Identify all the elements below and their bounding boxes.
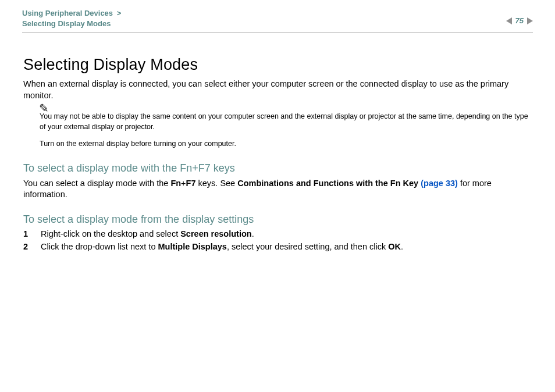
page-reference-link[interactable]: (page 33) [421, 179, 458, 188]
next-page-icon[interactable] [527, 17, 533, 24]
note-block: ✎ You may not be able to display the sam… [40, 112, 532, 149]
f7-key: F7 [186, 179, 196, 188]
note-icon: ✎ [39, 100, 49, 116]
manual-page: Using Peripheral Devices > Selecting Dis… [0, 0, 555, 251]
ui-label: OK [388, 242, 401, 251]
step-item: 1 Right-click on the desktop and select … [23, 229, 532, 238]
text: , select your desired setting, and then … [227, 242, 388, 251]
text: . [252, 229, 254, 238]
page-header: Using Peripheral Devices > Selecting Dis… [22, 8, 533, 33]
page-content: Selecting Display Modes When an external… [22, 33, 533, 251]
prev-page-icon[interactable] [506, 17, 512, 24]
text: You can select a display mode with the [23, 179, 170, 188]
step-text: Right-click on the desktop and select Sc… [41, 229, 254, 238]
ui-label: Screen resolution [180, 229, 251, 238]
page-title: Selecting Display Modes [23, 56, 532, 74]
text: Right-click on the desktop and select [41, 229, 180, 238]
section-heading-settings: To select a display mode from the displa… [23, 213, 532, 226]
fn-key: Fn [170, 179, 181, 188]
note-line-1: You may not be able to display the same … [40, 112, 532, 132]
text: Click the drop-down list next to [41, 242, 158, 251]
note-line-2: Turn on the external display before turn… [40, 139, 532, 149]
text: keys. See [195, 179, 237, 188]
intro-paragraph: When an external display is connected, y… [23, 79, 532, 101]
page-nav: 75 [506, 8, 533, 25]
breadcrumb-separator: > [117, 9, 122, 17]
reference-title: Combinations and Functions with the Fn K… [237, 179, 421, 188]
breadcrumb: Using Peripheral Devices > Selecting Dis… [22, 8, 121, 28]
step-number: 2 [23, 242, 31, 251]
text: + [181, 179, 186, 188]
step-text: Click the drop-down list next to Multipl… [41, 242, 403, 251]
step-number: 1 [23, 229, 31, 238]
breadcrumb-parent[interactable]: Using Peripheral Devices [22, 9, 113, 17]
ui-label: Multiple Displays [158, 242, 226, 251]
breadcrumb-current: Selecting Display Modes [22, 19, 111, 28]
text: . [401, 242, 403, 251]
page-number: 75 [515, 16, 524, 25]
steps-list: 1 Right-click on the desktop and select … [23, 229, 532, 251]
section-heading-fnkeys: To select a display mode with the Fn+F7 … [23, 162, 532, 174]
section-body-fnkeys: You can select a display mode with the F… [23, 178, 532, 201]
step-item: 2 Click the drop-down list next to Multi… [23, 242, 532, 251]
